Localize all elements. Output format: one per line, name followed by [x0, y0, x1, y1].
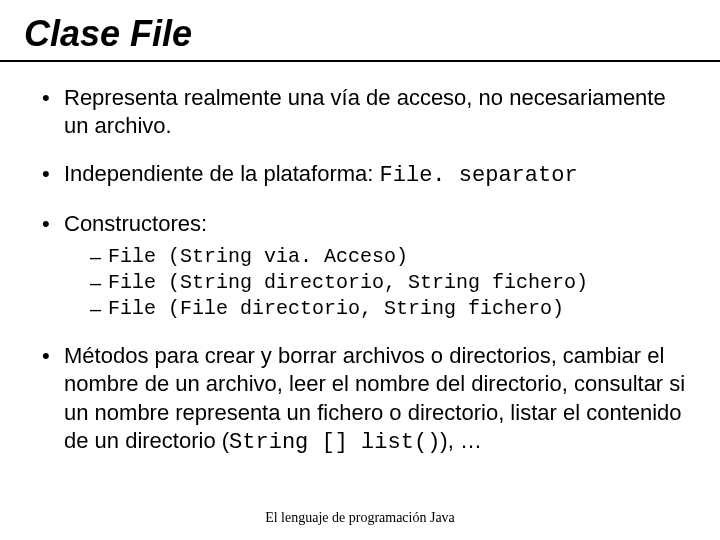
bullet-text-tail: ), … — [440, 428, 482, 453]
bullet-list: Representa realmente una vía de acceso, … — [24, 84, 696, 457]
bullet-text: Independiente de la plataforma: — [64, 161, 380, 186]
slide: Clase File Representa realmente una vía … — [0, 0, 720, 540]
constructor-item: File (File directorio, String fichero) — [90, 296, 688, 322]
bullet-item-2: Independiente de la plataforma: File. se… — [42, 160, 688, 190]
bullet-item-4: Métodos para crear y borrar archivos o d… — [42, 342, 688, 457]
constructor-item: File (String directorio, String fichero) — [90, 270, 688, 296]
bullet-item-3: Constructores: File (String via. Acceso)… — [42, 210, 688, 322]
constructor-item: File (String via. Acceso) — [90, 244, 688, 270]
bullet-text: Constructores: — [64, 211, 207, 236]
bullet-item-1: Representa realmente una vía de acceso, … — [42, 84, 688, 140]
title-underline — [0, 60, 720, 62]
code-inline: File. separator — [380, 163, 578, 188]
constructor-list: File (String via. Acceso) File (String d… — [64, 244, 688, 322]
code-inline: String [] list() — [229, 430, 440, 455]
bullet-text: Representa realmente una vía de acceso, … — [64, 85, 666, 138]
slide-footer: El lenguaje de programación Java — [0, 510, 720, 526]
slide-title: Clase File — [24, 14, 696, 54]
